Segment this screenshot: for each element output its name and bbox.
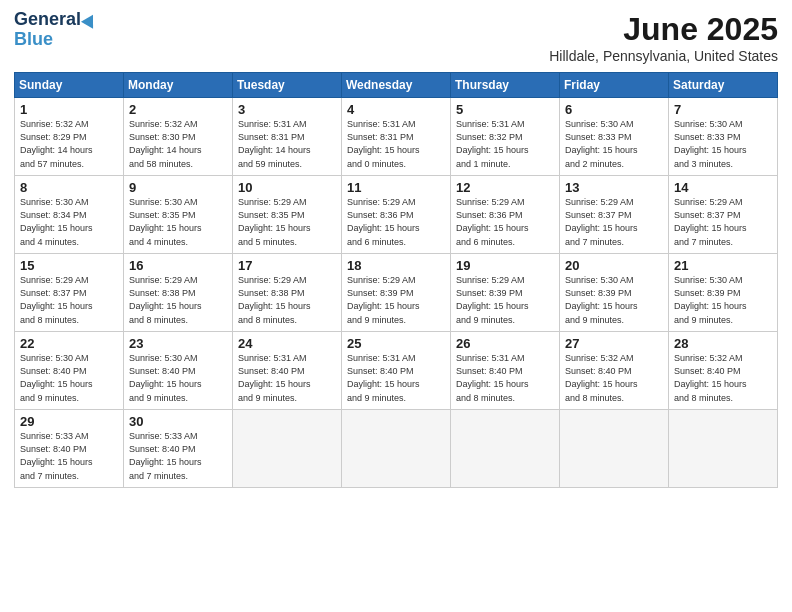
day-info: Sunrise: 5:31 AMSunset: 8:31 PMDaylight:…: [347, 118, 446, 170]
table-row: 23Sunrise: 5:30 AMSunset: 8:40 PMDayligh…: [124, 332, 233, 410]
day-number: 19: [456, 258, 555, 273]
table-row: 9Sunrise: 5:30 AMSunset: 8:35 PMDaylight…: [124, 176, 233, 254]
table-row: 16Sunrise: 5:29 AMSunset: 8:38 PMDayligh…: [124, 254, 233, 332]
day-number: 17: [238, 258, 337, 273]
table-row: 24Sunrise: 5:31 AMSunset: 8:40 PMDayligh…: [233, 332, 342, 410]
table-row: 2Sunrise: 5:32 AMSunset: 8:30 PMDaylight…: [124, 98, 233, 176]
day-info: Sunrise: 5:30 AMSunset: 8:34 PMDaylight:…: [20, 196, 119, 248]
table-row: 13Sunrise: 5:29 AMSunset: 8:37 PMDayligh…: [560, 176, 669, 254]
day-info: Sunrise: 5:29 AMSunset: 8:38 PMDaylight:…: [238, 274, 337, 326]
day-number: 27: [565, 336, 664, 351]
col-saturday: Saturday: [669, 73, 778, 98]
day-info: Sunrise: 5:31 AMSunset: 8:31 PMDaylight:…: [238, 118, 337, 170]
day-info: Sunrise: 5:29 AMSunset: 8:37 PMDaylight:…: [20, 274, 119, 326]
day-info: Sunrise: 5:29 AMSunset: 8:39 PMDaylight:…: [456, 274, 555, 326]
day-number: 7: [674, 102, 773, 117]
table-row: 17Sunrise: 5:29 AMSunset: 8:38 PMDayligh…: [233, 254, 342, 332]
table-row: 22Sunrise: 5:30 AMSunset: 8:40 PMDayligh…: [15, 332, 124, 410]
calendar-week-row: 8Sunrise: 5:30 AMSunset: 8:34 PMDaylight…: [15, 176, 778, 254]
table-row: [669, 410, 778, 487]
day-info: Sunrise: 5:29 AMSunset: 8:38 PMDaylight:…: [129, 274, 228, 326]
logo-icon: [81, 11, 99, 28]
table-row: 6Sunrise: 5:30 AMSunset: 8:33 PMDaylight…: [560, 98, 669, 176]
day-number: 22: [20, 336, 119, 351]
table-row: 3Sunrise: 5:31 AMSunset: 8:31 PMDaylight…: [233, 98, 342, 176]
day-number: 2: [129, 102, 228, 117]
day-number: 13: [565, 180, 664, 195]
calendar-week-row: 22Sunrise: 5:30 AMSunset: 8:40 PMDayligh…: [15, 332, 778, 410]
table-row: [233, 410, 342, 487]
day-number: 30: [129, 414, 228, 429]
day-number: 8: [20, 180, 119, 195]
day-info: Sunrise: 5:30 AMSunset: 8:40 PMDaylight:…: [129, 352, 228, 404]
table-row: 25Sunrise: 5:31 AMSunset: 8:40 PMDayligh…: [342, 332, 451, 410]
day-info: Sunrise: 5:31 AMSunset: 8:40 PMDaylight:…: [238, 352, 337, 404]
day-number: 1: [20, 102, 119, 117]
table-row: 29Sunrise: 5:33 AMSunset: 8:40 PMDayligh…: [15, 410, 124, 487]
col-wednesday: Wednesday: [342, 73, 451, 98]
table-row: 20Sunrise: 5:30 AMSunset: 8:39 PMDayligh…: [560, 254, 669, 332]
day-info: Sunrise: 5:32 AMSunset: 8:40 PMDaylight:…: [565, 352, 664, 404]
day-info: Sunrise: 5:30 AMSunset: 8:35 PMDaylight:…: [129, 196, 228, 248]
day-number: 10: [238, 180, 337, 195]
day-number: 21: [674, 258, 773, 273]
day-info: Sunrise: 5:33 AMSunset: 8:40 PMDaylight:…: [129, 430, 228, 482]
day-info: Sunrise: 5:31 AMSunset: 8:40 PMDaylight:…: [347, 352, 446, 404]
day-info: Sunrise: 5:32 AMSunset: 8:30 PMDaylight:…: [129, 118, 228, 170]
calendar-table: Sunday Monday Tuesday Wednesday Thursday…: [14, 72, 778, 487]
day-number: 23: [129, 336, 228, 351]
day-number: 15: [20, 258, 119, 273]
table-row: 7Sunrise: 5:30 AMSunset: 8:33 PMDaylight…: [669, 98, 778, 176]
col-tuesday: Tuesday: [233, 73, 342, 98]
table-row: 12Sunrise: 5:29 AMSunset: 8:36 PMDayligh…: [451, 176, 560, 254]
day-info: Sunrise: 5:33 AMSunset: 8:40 PMDaylight:…: [20, 430, 119, 482]
day-info: Sunrise: 5:30 AMSunset: 8:33 PMDaylight:…: [565, 118, 664, 170]
table-row: 28Sunrise: 5:32 AMSunset: 8:40 PMDayligh…: [669, 332, 778, 410]
day-info: Sunrise: 5:30 AMSunset: 8:33 PMDaylight:…: [674, 118, 773, 170]
day-number: 5: [456, 102, 555, 117]
table-row: 10Sunrise: 5:29 AMSunset: 8:35 PMDayligh…: [233, 176, 342, 254]
day-number: 16: [129, 258, 228, 273]
table-row: 21Sunrise: 5:30 AMSunset: 8:39 PMDayligh…: [669, 254, 778, 332]
day-info: Sunrise: 5:31 AMSunset: 8:32 PMDaylight:…: [456, 118, 555, 170]
table-row: 11Sunrise: 5:29 AMSunset: 8:36 PMDayligh…: [342, 176, 451, 254]
day-info: Sunrise: 5:29 AMSunset: 8:37 PMDaylight:…: [674, 196, 773, 248]
day-number: 26: [456, 336, 555, 351]
table-row: [342, 410, 451, 487]
col-monday: Monday: [124, 73, 233, 98]
day-number: 11: [347, 180, 446, 195]
table-row: 30Sunrise: 5:33 AMSunset: 8:40 PMDayligh…: [124, 410, 233, 487]
col-friday: Friday: [560, 73, 669, 98]
title-area: June 2025 Hilldale, Pennsylvania, United…: [549, 10, 778, 64]
day-number: 4: [347, 102, 446, 117]
header: General Blue June 2025 Hilldale, Pennsyl…: [14, 10, 778, 64]
table-row: 14Sunrise: 5:29 AMSunset: 8:37 PMDayligh…: [669, 176, 778, 254]
table-row: 18Sunrise: 5:29 AMSunset: 8:39 PMDayligh…: [342, 254, 451, 332]
calendar-header-row: Sunday Monday Tuesday Wednesday Thursday…: [15, 73, 778, 98]
logo-blue: Blue: [14, 30, 53, 50]
table-row: 5Sunrise: 5:31 AMSunset: 8:32 PMDaylight…: [451, 98, 560, 176]
day-info: Sunrise: 5:30 AMSunset: 8:39 PMDaylight:…: [565, 274, 664, 326]
day-info: Sunrise: 5:29 AMSunset: 8:35 PMDaylight:…: [238, 196, 337, 248]
day-info: Sunrise: 5:30 AMSunset: 8:40 PMDaylight:…: [20, 352, 119, 404]
day-info: Sunrise: 5:31 AMSunset: 8:40 PMDaylight:…: [456, 352, 555, 404]
table-row: 4Sunrise: 5:31 AMSunset: 8:31 PMDaylight…: [342, 98, 451, 176]
table-row: 15Sunrise: 5:29 AMSunset: 8:37 PMDayligh…: [15, 254, 124, 332]
day-info: Sunrise: 5:29 AMSunset: 8:37 PMDaylight:…: [565, 196, 664, 248]
day-number: 18: [347, 258, 446, 273]
calendar-subtitle: Hilldale, Pennsylvania, United States: [549, 48, 778, 64]
calendar-week-row: 15Sunrise: 5:29 AMSunset: 8:37 PMDayligh…: [15, 254, 778, 332]
calendar-week-row: 1Sunrise: 5:32 AMSunset: 8:29 PMDaylight…: [15, 98, 778, 176]
day-info: Sunrise: 5:29 AMSunset: 8:36 PMDaylight:…: [456, 196, 555, 248]
table-row: 19Sunrise: 5:29 AMSunset: 8:39 PMDayligh…: [451, 254, 560, 332]
table-row: [560, 410, 669, 487]
day-number: 3: [238, 102, 337, 117]
day-number: 14: [674, 180, 773, 195]
day-info: Sunrise: 5:29 AMSunset: 8:36 PMDaylight:…: [347, 196, 446, 248]
day-info: Sunrise: 5:29 AMSunset: 8:39 PMDaylight:…: [347, 274, 446, 326]
day-number: 25: [347, 336, 446, 351]
day-info: Sunrise: 5:32 AMSunset: 8:40 PMDaylight:…: [674, 352, 773, 404]
table-row: 27Sunrise: 5:32 AMSunset: 8:40 PMDayligh…: [560, 332, 669, 410]
page: General Blue June 2025 Hilldale, Pennsyl…: [0, 0, 792, 612]
calendar-week-row: 29Sunrise: 5:33 AMSunset: 8:40 PMDayligh…: [15, 410, 778, 487]
